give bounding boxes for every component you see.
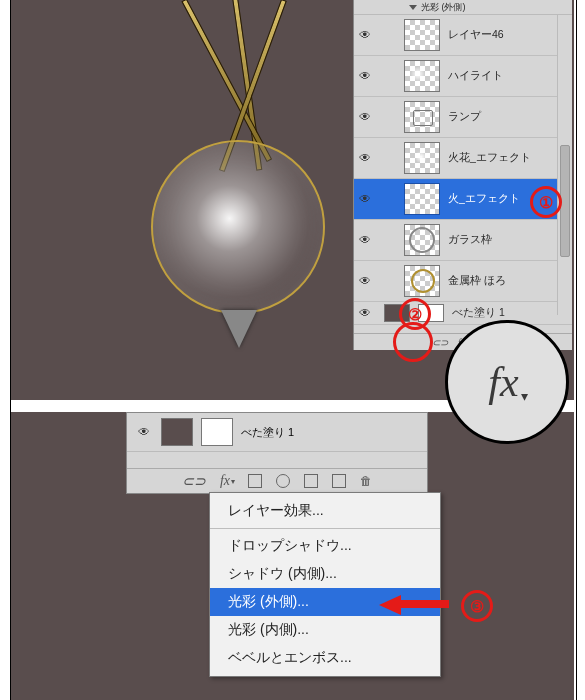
layer-name: 火_エフェクト bbox=[448, 192, 520, 206]
collapse-icon[interactable] bbox=[409, 5, 417, 10]
canvas-bottom: 👁 べた塗り 1 ⊂⊃ fx 🗑 レイヤー効果... ドロップシャドウ... シ… bbox=[11, 412, 574, 700]
visibility-icon[interactable]: 👁 bbox=[354, 110, 376, 124]
layer-name: べた塗り 1 bbox=[241, 425, 294, 440]
layers-list[interactable]: 👁 レイヤー46 👁 ハイライト 👁 ランプ 👁 bbox=[354, 15, 572, 335]
layer-name: 火花_エフェクト bbox=[448, 151, 531, 165]
layers-panel-bottom[interactable]: 👁 べた塗り 1 ⊂⊃ fx 🗑 bbox=[126, 412, 428, 494]
layer-thumbnail[interactable] bbox=[404, 265, 440, 297]
menu-item-outer-glow[interactable]: 光彩 (外側)... bbox=[210, 588, 440, 616]
menu-item-inner-glow[interactable]: 光彩 (内側)... bbox=[210, 616, 440, 644]
visibility-icon[interactable]: 👁 bbox=[354, 28, 376, 42]
fx-menu[interactable]: レイヤー効果... ドロップシャドウ... シャドウ (内側)... 光彩 (外… bbox=[209, 492, 441, 677]
layer-row-fill[interactable]: 👁 べた塗り 1 bbox=[127, 413, 427, 452]
menu-item-bevel-emboss[interactable]: ベベルとエンボス... bbox=[210, 644, 440, 672]
layer-row[interactable]: 👁 ランプ bbox=[354, 97, 572, 138]
adjustment-layer-button[interactable] bbox=[276, 474, 290, 488]
layer-thumbnail[interactable] bbox=[404, 183, 440, 215]
layer-thumbnail[interactable] bbox=[404, 142, 440, 174]
annotation-1-label: ① bbox=[539, 193, 553, 212]
layers-scrollbar[interactable] bbox=[557, 15, 572, 315]
layer-name: 金属枠 ほろ bbox=[448, 274, 506, 288]
layer-row[interactable]: 👁 ガラス枠 bbox=[354, 220, 572, 261]
layer-row[interactable]: 👁 金属枠 ほろ bbox=[354, 261, 572, 302]
menu-separator bbox=[210, 528, 440, 529]
layer-thumbnail[interactable] bbox=[404, 60, 440, 92]
layer-thumbnail[interactable] bbox=[404, 101, 440, 133]
visibility-icon[interactable]: 👁 bbox=[354, 151, 376, 165]
visibility-icon[interactable]: 👁 bbox=[354, 233, 376, 247]
layers-panel-footer: ⊂⊃ fx 🗑 bbox=[127, 468, 427, 493]
delete-layer-button[interactable]: 🗑 bbox=[360, 474, 372, 489]
link-layers-icon[interactable]: ⊂⊃ bbox=[182, 473, 206, 490]
layer-name: ランプ bbox=[448, 110, 481, 124]
fx-button[interactable]: fx bbox=[220, 473, 234, 489]
layer-row[interactable]: 👁 火花_エフェクト bbox=[354, 138, 572, 179]
visibility-icon[interactable]: 👁 bbox=[354, 69, 376, 83]
annotation-3-label: ③ bbox=[470, 597, 484, 616]
menu-item-layer-effects[interactable]: レイヤー効果... bbox=[210, 497, 440, 525]
menu-item-drop-shadow[interactable]: ドロップシャドウ... bbox=[210, 532, 440, 560]
layer-thumbnail[interactable] bbox=[404, 224, 440, 256]
link-layers-icon[interactable]: ⊂⊃ bbox=[432, 337, 446, 348]
annotation-1: ① bbox=[530, 186, 562, 218]
layer-row[interactable]: 👁 ハイライト bbox=[354, 56, 572, 97]
menu-item-inner-shadow[interactable]: シャドウ (内側)... bbox=[210, 560, 440, 588]
group-button[interactable] bbox=[304, 474, 318, 488]
effect-header-label: 光彩 (外側) bbox=[421, 1, 466, 14]
artwork-lantern bbox=[71, 0, 351, 380]
visibility-icon[interactable]: 👁 bbox=[354, 192, 376, 206]
visibility-icon[interactable]: 👁 bbox=[354, 306, 376, 320]
layer-name: ガラス枠 bbox=[448, 233, 492, 247]
annotation-2-label: ② bbox=[408, 305, 422, 324]
annotation-2: ② bbox=[399, 298, 431, 330]
fx-zoom-label: fx bbox=[488, 358, 518, 406]
annotation-3: ③ bbox=[461, 590, 493, 622]
new-layer-button[interactable] bbox=[332, 474, 346, 488]
fx-zoom-callout: fx▾ bbox=[445, 320, 569, 444]
layer-name: ハイライト bbox=[448, 69, 503, 83]
visibility-icon[interactable]: 👁 bbox=[354, 274, 376, 288]
layer-row[interactable]: 👁 レイヤー46 bbox=[354, 15, 572, 56]
visibility-icon[interactable]: 👁 bbox=[135, 425, 153, 439]
effect-header-row[interactable]: 光彩 (外側) bbox=[354, 0, 572, 15]
fill-color-thumb[interactable] bbox=[161, 418, 193, 446]
layer-name: レイヤー46 bbox=[448, 28, 504, 42]
layers-panel[interactable]: 光彩 (外側) 👁 レイヤー46 👁 ハイライト 👁 ランプ bbox=[353, 0, 572, 350]
layer-mask-thumb[interactable] bbox=[201, 418, 233, 446]
mask-button[interactable] bbox=[248, 474, 262, 488]
layer-thumbnail[interactable] bbox=[404, 19, 440, 51]
layer-row-fill[interactable]: 👁 べた塗り 1 bbox=[354, 302, 572, 325]
layer-name: べた塗り 1 bbox=[452, 306, 505, 320]
